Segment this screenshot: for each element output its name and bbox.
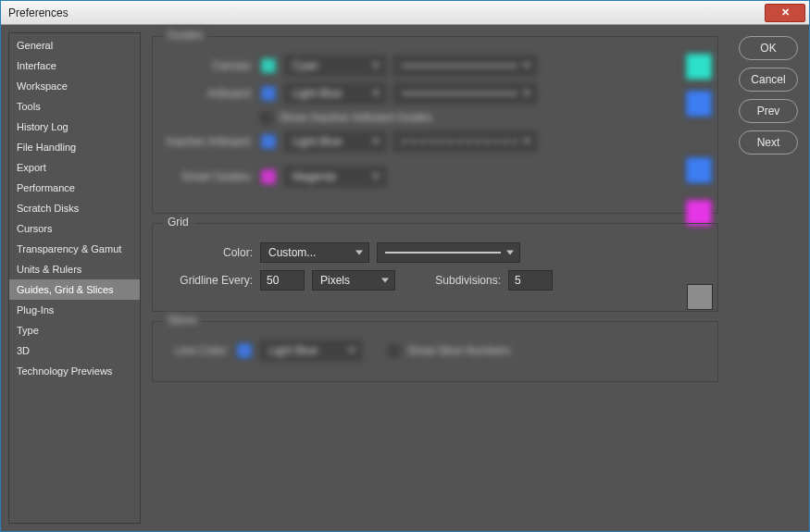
guides-show-inactive-row: Show Inactive Artboard Guides [260,111,706,124]
subdivisions-input[interactable]: 5 [508,270,553,291]
preferences-window: Preferences ✕ GeneralInterfaceWorkspaceT… [0,0,810,532]
gridline-every-input[interactable]: 50 [260,270,305,291]
grid-color-select[interactable]: Custom... [260,242,369,263]
grid-gridline-row: Gridline Every: 50 Pixels Subdivisions: … [164,270,706,291]
sidebar-item-performance[interactable]: Performance [9,178,140,198]
guides-canvas-style-select[interactable] [393,56,537,76]
main-panel: OK Cancel Prev Next Guides Canvas: Cyan … [141,25,809,531]
inactive-big-swatch[interactable] [685,156,713,184]
show-inactive-checkbox[interactable] [260,112,272,124]
line-dashed-icon [402,141,517,142]
guides-inactive-label: Inactive Artboard: [164,135,253,148]
sidebar-item-scratch-disks[interactable]: Scratch Disks [9,198,140,218]
guides-artboard-row: Artboard: Light Blue [164,83,706,104]
prev-button[interactable]: Prev [739,99,798,123]
sidebar-item-transparency-gamut[interactable]: Transparency & Gamut [9,239,140,259]
slices-line-color-label: Line Color: [164,344,229,357]
titlebar: Preferences ✕ [1,1,809,25]
sidebar-item-workspace[interactable]: Workspace [9,76,140,96]
gridline-unit-select[interactable]: Pixels [312,270,395,291]
guides-inactive-color-select[interactable]: Light Blue [284,131,386,152]
canvas-big-swatch[interactable] [685,53,713,80]
sidebar-item-3d[interactable]: 3D [9,340,140,361]
sidebar-item-history-log[interactable]: History Log [9,117,140,137]
guides-artboard-label: Artboard: [164,87,253,100]
slices-title: Slices [162,314,203,327]
grid-title: Grid [162,216,194,229]
guides-smart-label: Smart Guides: [164,170,253,183]
guides-section: Guides Canvas: Cyan Artboard: Light Blue… [152,36,718,214]
slices-line-swatch[interactable] [236,342,253,359]
dialog-buttons: OK Cancel Prev Next [739,36,798,155]
guides-artboard-color-select[interactable]: Light Blue [284,83,386,104]
sidebar-item-general[interactable]: General [9,35,140,56]
sidebar-item-interface[interactable]: Interface [9,56,140,76]
show-slice-numbers-label: Show Slice Numbers [407,344,510,357]
gridline-every-label: Gridline Every: [164,274,253,287]
guides-canvas-color-select[interactable]: Cyan [284,56,386,76]
show-slice-numbers-checkbox[interactable] [388,345,400,357]
show-inactive-label: Show Inactive Artboard Guides [280,111,432,124]
window-title: Preferences [8,6,69,19]
grid-section: Grid Color: Custom... Gridline Every: 50… [152,223,718,312]
guides-canvas-swatch[interactable] [260,57,277,74]
ok-button[interactable]: OK [739,36,798,60]
slices-row: Line Color: Light Blue Show Slice Number… [164,340,706,361]
guides-smart-row: Smart Guides: Magenta [164,167,706,187]
sidebar-item-cursors[interactable]: Cursors [9,218,140,239]
guides-artboard-swatch[interactable] [260,85,277,102]
grid-color-row: Color: Custom... [164,242,706,263]
guides-title: Guides [162,29,208,42]
subdivisions-label: Subdivisions: [421,274,501,287]
sidebar-item-export[interactable]: Export [9,157,140,178]
sidebar-item-technology-previews[interactable]: Technology Previews [9,361,140,381]
guides-inactive-row: Inactive Artboard: Light Blue [164,131,706,152]
line-solid-icon [402,93,517,94]
sidebar-item-type[interactable]: Type [9,320,140,340]
close-icon: ✕ [781,6,790,19]
sidebar-item-tools[interactable]: Tools [9,96,140,117]
guides-canvas-row: Canvas: Cyan [164,56,706,76]
sidebar-item-guides-grid-slices[interactable]: Guides, Grid & Slices [9,279,140,300]
guides-inactive-style-select[interactable] [393,131,537,152]
guides-inactive-swatch[interactable] [260,133,277,150]
guides-smart-swatch[interactable] [260,168,277,185]
grid-style-select[interactable] [377,242,520,263]
sidebar: GeneralInterfaceWorkspaceToolsHistory Lo… [8,32,141,524]
grid-color-label: Color: [164,246,253,259]
guides-artboard-style-select[interactable] [393,83,537,104]
line-solid-icon [402,65,517,67]
slices-line-color-select[interactable]: Light Blue [260,340,362,361]
window-body: GeneralInterfaceWorkspaceToolsHistory Lo… [1,25,809,531]
artboard-big-swatch[interactable] [685,90,713,118]
next-button[interactable]: Next [739,130,798,155]
guides-smart-color-select[interactable]: Magenta [284,167,386,187]
cancel-button[interactable]: Cancel [739,68,798,92]
sidebar-item-file-handling[interactable]: File Handling [9,137,140,157]
sidebar-item-plug-ins[interactable]: Plug-Ins [9,300,140,320]
grid-color-swatch[interactable] [687,284,713,310]
guides-canvas-label: Canvas: [164,59,253,72]
slices-section: Slices Line Color: Light Blue Show Slice… [152,321,718,382]
sidebar-item-units-rulers[interactable]: Units & Rulers [9,259,140,279]
close-button[interactable]: ✕ [765,4,805,22]
line-solid-icon [385,252,501,254]
